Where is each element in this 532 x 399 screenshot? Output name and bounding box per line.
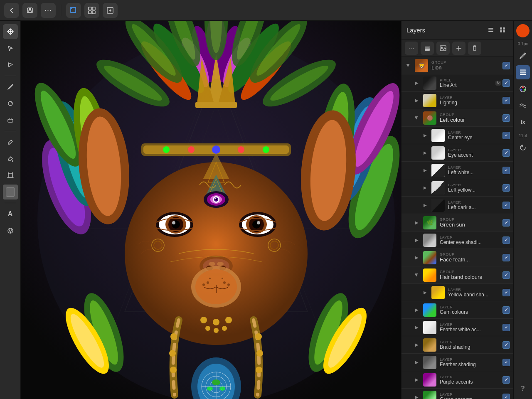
layer-visibility-checkbox[interactable]: ✓ [502, 167, 510, 174]
expand-icon[interactable]: ▶ [413, 324, 421, 331]
layers-add-button[interactable] [452, 42, 466, 55]
color-swatch[interactable] [516, 24, 530, 37]
layer-visibility-checkbox[interactable]: ✓ [502, 341, 510, 349]
layer-visibility-checkbox[interactable]: ✓ [502, 289, 510, 296]
layer-item[interactable]: ▶ Layer Lighting ✓ [401, 92, 513, 109]
expand-icon[interactable]: ▶ [413, 341, 421, 349]
layer-item[interactable]: ▶ Layer Feather white ac... ✓ [401, 319, 513, 336]
save-button[interactable] [22, 3, 37, 18]
color-palette-button[interactable] [516, 82, 530, 96]
layers-menu-button[interactable]: ··· [405, 42, 418, 55]
layer-visibility-checkbox[interactable]: ✓ [502, 306, 510, 314]
layers-toolbar: ··· [401, 39, 513, 57]
layer-visibility-checkbox[interactable]: ✓ [502, 149, 510, 157]
layer-visibility-checkbox[interactable]: ✓ [502, 202, 510, 209]
expand-icon[interactable]: ▶ [405, 62, 412, 69]
layer-item[interactable]: ▶ Layer Gem colours ✓ [401, 301, 513, 319]
layer-visibility-checkbox[interactable]: ✓ [502, 132, 510, 139]
svg-point-139 [212, 145, 220, 154]
svg-point-101 [209, 278, 211, 279]
text-tool[interactable]: A [3, 207, 18, 222]
layer-item[interactable]: ▶ Layer Green accents ✓ [401, 389, 513, 399]
shapes-tool[interactable] [3, 223, 18, 238]
layers-stack-button[interactable] [421, 42, 434, 55]
layer-item[interactable]: ▶ Layer Center eye shadi... ✓ [401, 232, 513, 249]
layer-visibility-checkbox[interactable]: ✓ [502, 324, 510, 331]
layer-item[interactable]: ▶ Layer Feather shading ✓ [401, 354, 513, 371]
layer-thumbnail [423, 76, 436, 90]
layer-item[interactable]: ▶ Layer Left yellow... ✓ [401, 179, 513, 197]
expand-icon[interactable]: ▶ [413, 254, 421, 261]
eraser-tool[interactable] [3, 113, 18, 128]
expand-icon[interactable]: ▶ [413, 219, 421, 227]
svg-point-163 [524, 89, 525, 91]
expand-icon[interactable]: ▶ [413, 79, 421, 87]
layer-visibility-checkbox[interactable]: ✓ [502, 62, 510, 69]
paint-bucket-tool[interactable] [3, 151, 18, 166]
layer-item[interactable]: ▶ Layer Center eye ✓ [401, 127, 513, 144]
layer-item[interactable]: ▶ Layer Purple accents ✓ [401, 371, 513, 389]
layer-item[interactable]: ▶ 🦁 Group Lion ✓ [401, 57, 513, 74]
expand-icon[interactable]: ▶ [421, 149, 429, 157]
layer-item[interactable]: ▶ Pixel Line Art fx ✓ [401, 74, 513, 92]
grid-button[interactable] [84, 3, 99, 18]
pen-tool[interactable] [3, 79, 18, 94]
layer-item[interactable]: ▶ Layer Eye accent ✓ [401, 144, 513, 162]
brush-app-button[interactable] [66, 3, 81, 18]
layer-item[interactable]: ▶ Layer Yellow band sha... ✓ [401, 284, 513, 301]
expand-icon[interactable]: ▶ [413, 359, 421, 366]
layer-visibility-checkbox[interactable]: ✓ [502, 359, 510, 366]
expand-icon[interactable]: ▶ [421, 202, 429, 209]
expand-icon[interactable]: ▶ [421, 289, 429, 296]
layer-item[interactable]: ▶ 🟤 Group Left colour ✓ [401, 109, 513, 127]
layer-visibility-checkbox[interactable]: ✓ [502, 79, 510, 87]
layer-item[interactable]: ▶ 🌿 Group Green sun ✓ [401, 214, 513, 232]
layer-visibility-checkbox[interactable]: ✓ [502, 271, 510, 279]
expand-icon[interactable]: ▶ [413, 114, 421, 122]
expand-icon[interactable]: ▶ [413, 271, 421, 279]
layer-item[interactable]: ▶ Layer Left dark a... ✓ [401, 197, 513, 214]
select-tool[interactable] [3, 41, 18, 56]
layer-visibility-checkbox[interactable]: ✓ [502, 376, 510, 384]
more-button[interactable]: ··· [41, 3, 56, 18]
expand-icon[interactable]: ▶ [421, 184, 429, 192]
layer-visibility-checkbox[interactable]: ✓ [502, 236, 510, 244]
expand-icon[interactable]: ▶ [421, 167, 429, 174]
smudge-tool[interactable] [3, 96, 18, 111]
layers-list-view-button[interactable] [485, 24, 497, 36]
fx-button[interactable]: fx [516, 115, 530, 129]
expand-icon[interactable]: ▶ [421, 132, 429, 139]
history-button[interactable] [516, 140, 530, 155]
layer-visibility-checkbox[interactable]: ✓ [502, 219, 510, 227]
color-fill[interactable] [3, 185, 18, 200]
help-button[interactable]: ? [516, 382, 530, 396]
expand-icon[interactable]: ▶ [413, 236, 421, 244]
layer-item[interactable]: ▶ Group Face feath... ✓ [401, 249, 513, 266]
layer-item[interactable]: ▶ Group Hair band colours ✓ [401, 266, 513, 284]
layer-visibility-checkbox[interactable]: ✓ [502, 394, 510, 399]
layer-visibility-checkbox[interactable]: ✓ [502, 184, 510, 192]
move-tool[interactable] [3, 24, 18, 39]
canvas-area[interactable] [21, 21, 401, 399]
eyedropper-tool[interactable] [3, 135, 18, 150]
smudge-modifier-button[interactable] [516, 99, 530, 113]
layers-list[interactable]: ▶ 🦁 Group Lion ✓ ▶ Pixel Line Art fx ✓ [401, 57, 513, 399]
pen-modifier-button[interactable] [516, 49, 530, 63]
layer-visibility-checkbox[interactable]: ✓ [502, 254, 510, 261]
layer-item[interactable]: ▶ Layer Braid shading ✓ [401, 336, 513, 354]
layers-grid-view-button[interactable] [497, 24, 508, 36]
expand-icon[interactable]: ▶ [413, 394, 421, 399]
layers-delete-button[interactable] [468, 42, 481, 55]
back-button[interactable] [4, 3, 19, 18]
layers-image-button[interactable] [436, 42, 450, 55]
layer-visibility-checkbox[interactable]: ✓ [502, 114, 510, 122]
layer-item[interactable]: ▶ Layer Left white... ✓ [401, 162, 513, 179]
expand-icon[interactable]: ▶ [413, 306, 421, 314]
lasso-tool[interactable] [3, 57, 18, 72]
layers-toggle-button[interactable] [516, 65, 530, 79]
layer-visibility-checkbox[interactable]: ✓ [502, 97, 510, 104]
expand-icon[interactable]: ▶ [413, 97, 421, 104]
crop-tool[interactable] [3, 168, 18, 183]
expand-icon[interactable]: ▶ [413, 376, 421, 384]
transform-button[interactable] [103, 3, 118, 18]
